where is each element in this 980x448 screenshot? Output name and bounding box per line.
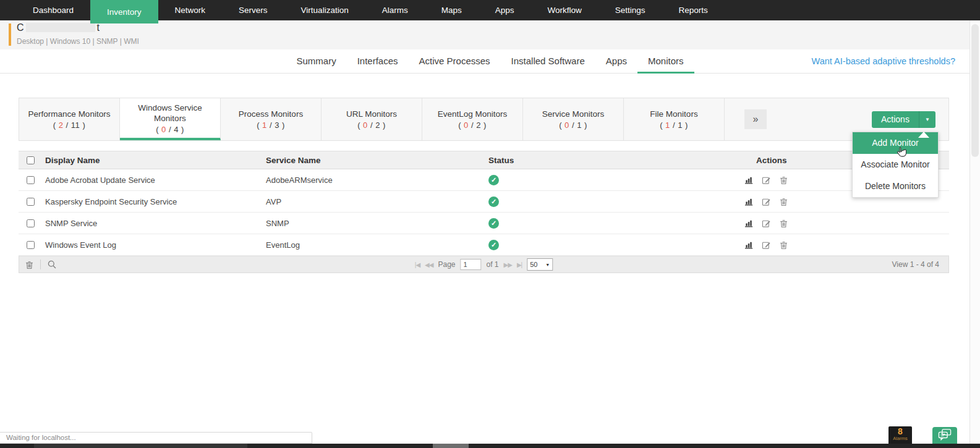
redacted-text bbox=[26, 23, 95, 32]
more-monitor-tabs-button[interactable]: » bbox=[744, 109, 767, 129]
monitor-graph-icon[interactable] bbox=[744, 218, 754, 229]
search-icon[interactable] bbox=[46, 260, 57, 270]
nav-network[interactable]: Network bbox=[158, 0, 223, 20]
monitor-graph-icon[interactable] bbox=[744, 197, 754, 207]
mtab-eventlog-monitors[interactable]: EventLog Monitors ( 0 / 2 ) bbox=[422, 98, 523, 140]
page-of-label: of 1 bbox=[487, 260, 499, 269]
nav-virtualization[interactable]: Virtualization bbox=[284, 0, 365, 20]
mtab-count: ( 2 / 11 ) bbox=[53, 120, 85, 130]
table-row: Adobe Acrobat Update Service AdobeARMser… bbox=[19, 169, 949, 191]
status-up-icon: ✓ bbox=[488, 218, 499, 229]
mtab-label: EventLog Monitors bbox=[438, 109, 508, 119]
mtab-service-monitors[interactable]: Service Monitors ( 0 / 1 ) bbox=[523, 98, 624, 140]
device-name: Ct bbox=[17, 22, 100, 33]
dropdown-notch bbox=[918, 132, 929, 138]
device-status-bar bbox=[9, 23, 11, 46]
tab-monitors[interactable]: Monitors bbox=[637, 49, 694, 74]
row-checkbox[interactable] bbox=[27, 219, 35, 227]
delete-monitor-icon[interactable] bbox=[778, 175, 789, 185]
tab-active-processes[interactable]: Active Processes bbox=[409, 49, 501, 74]
nav-dashboard[interactable]: Dashboard bbox=[16, 0, 90, 20]
scrollbar-thumb[interactable] bbox=[971, 24, 979, 157]
mtab-performance-monitors[interactable]: Performance Monitors ( 2 / 11 ) bbox=[19, 98, 120, 140]
device-header: Ct Desktop | Windows 10 | SNMP | WMI bbox=[0, 20, 980, 49]
mtab-count: ( 1 / 3 ) bbox=[257, 120, 285, 130]
edit-monitor-icon[interactable] bbox=[761, 197, 772, 207]
page-number-input[interactable] bbox=[461, 259, 482, 270]
row-checkbox[interactable] bbox=[27, 198, 35, 206]
actions-caret-button[interactable]: ▼ bbox=[919, 111, 935, 128]
row-checkbox[interactable] bbox=[27, 241, 35, 249]
nav-alarms[interactable]: Alarms bbox=[365, 0, 425, 20]
tab-interfaces[interactable]: Interfaces bbox=[347, 49, 409, 74]
display-name-cell: Kaspersky Endpoint Security Service bbox=[45, 197, 266, 206]
mtab-label: Performance Monitors bbox=[28, 109, 111, 119]
taskbar-edge bbox=[0, 444, 980, 448]
mtab-process-monitors[interactable]: Process Monitors ( 1 / 3 ) bbox=[221, 98, 322, 140]
taskbar-segment bbox=[34, 444, 247, 448]
pager-prev-button[interactable]: ◀◀ bbox=[425, 261, 433, 268]
mtab-url-monitors[interactable]: URL Monitors ( 0 / 2 ) bbox=[322, 98, 422, 140]
delete-monitor-icon[interactable] bbox=[778, 197, 789, 207]
mouse-cursor-icon bbox=[895, 146, 908, 162]
nav-maps[interactable]: Maps bbox=[425, 0, 479, 20]
nav-reports[interactable]: Reports bbox=[662, 0, 725, 20]
select-all-checkbox[interactable] bbox=[27, 156, 35, 164]
tab-apps[interactable]: Apps bbox=[595, 49, 637, 74]
mtab-label: URL Monitors bbox=[346, 109, 397, 119]
page-tabs: Summary Interfaces Active Processes Inst… bbox=[286, 49, 694, 74]
service-name-cell: AVP bbox=[266, 197, 488, 206]
chat-icon bbox=[937, 428, 952, 443]
nav-workflow[interactable]: Workflow bbox=[530, 0, 598, 20]
edit-monitor-icon[interactable] bbox=[761, 240, 772, 250]
monitor-tabs-panel: Performance Monitors ( 2 / 11 ) Windows … bbox=[19, 98, 949, 141]
pager-first-button[interactable]: |◀ bbox=[415, 261, 420, 268]
tab-installed-software[interactable]: Installed Software bbox=[501, 49, 595, 74]
page-size-value: 50 bbox=[530, 261, 537, 268]
view-range-label: View 1 - 4 of 4 bbox=[892, 260, 940, 269]
status-up-icon: ✓ bbox=[488, 197, 499, 207]
delete-selected-icon[interactable] bbox=[24, 260, 35, 270]
row-checkbox[interactable] bbox=[27, 176, 35, 184]
display-name-cell: Windows Event Log bbox=[45, 240, 266, 250]
nav-apps[interactable]: Apps bbox=[479, 0, 531, 20]
service-name-cell: AdobeARMservice bbox=[266, 175, 488, 185]
actions-button[interactable]: Actions ▼ bbox=[872, 111, 935, 128]
display-name-cell: SNMP Service bbox=[45, 219, 266, 228]
nav-servers[interactable]: Servers bbox=[222, 0, 284, 20]
nav-inventory[interactable]: Inventory bbox=[90, 0, 158, 23]
monitor-graph-icon[interactable] bbox=[744, 240, 754, 250]
mtab-count: ( 0 / 2 ) bbox=[458, 120, 487, 130]
pager-last-button[interactable]: ▶| bbox=[517, 261, 522, 268]
header-status: Status bbox=[488, 156, 738, 165]
mtab-windows-service-monitors[interactable]: Windows Service Monitors ( 0 / 4 ) bbox=[120, 98, 221, 140]
mtab-label: Service Monitors bbox=[542, 109, 605, 119]
monitor-graph-icon[interactable] bbox=[744, 175, 754, 185]
page-size-select[interactable]: 50▼ bbox=[527, 258, 553, 271]
device-meta: Desktop | Windows 10 | SNMP | WMI bbox=[17, 37, 139, 46]
alarms-label: Alarms bbox=[888, 436, 912, 441]
delete-monitor-icon[interactable] bbox=[778, 218, 789, 229]
pager: |◀ ◀◀ Page of 1 ▶▶ ▶| 50▼ bbox=[415, 258, 553, 271]
actions-button-label[interactable]: Actions bbox=[872, 111, 919, 128]
service-name-cell: SNMP bbox=[266, 219, 488, 228]
edit-monitor-icon[interactable] bbox=[761, 175, 772, 185]
table-row: SNMP Service SNMP ✓ bbox=[19, 213, 949, 234]
status-up-icon: ✓ bbox=[488, 175, 499, 185]
scrollbar[interactable] bbox=[969, 20, 980, 444]
device-name-end: t bbox=[97, 22, 100, 33]
alarms-badge[interactable]: 8 Alarms bbox=[888, 426, 912, 444]
tab-summary[interactable]: Summary bbox=[286, 49, 346, 74]
menu-item-delete-monitors[interactable]: Delete Monitors bbox=[853, 175, 938, 197]
edit-monitor-icon[interactable] bbox=[761, 218, 772, 229]
mtab-file-monitors[interactable]: File Monitors ( 1 / 1 ) bbox=[624, 98, 725, 140]
top-nav: Dashboard Inventory Network Servers Virt… bbox=[0, 0, 980, 20]
pager-next-button[interactable]: ▶▶ bbox=[504, 261, 512, 268]
status-up-icon: ✓ bbox=[488, 240, 499, 250]
chevron-double-right-icon: » bbox=[753, 114, 759, 125]
live-chat-button[interactable] bbox=[932, 427, 957, 444]
delete-monitor-icon[interactable] bbox=[778, 240, 789, 250]
nav-settings[interactable]: Settings bbox=[599, 0, 662, 20]
service-name-cell: EventLog bbox=[266, 240, 488, 250]
ai-thresholds-link[interactable]: Want AI-based adaptive thresholds? bbox=[812, 49, 955, 73]
